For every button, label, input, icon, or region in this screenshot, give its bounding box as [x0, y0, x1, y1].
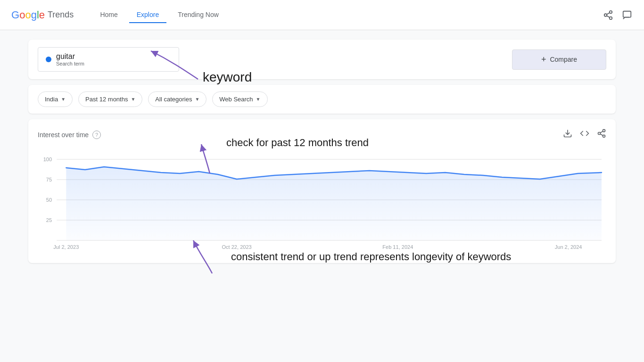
filter-category-arrow: ▼ [195, 97, 199, 102]
svg-point-1 [604, 14, 607, 16]
filter-category-label: All categories [155, 96, 192, 103]
filter-category[interactable]: All categories ▼ [148, 91, 206, 107]
svg-point-0 [610, 10, 612, 13]
chart-section: Interest over time ? [28, 119, 616, 263]
main-nav: Home Explore Trending Now [92, 7, 603, 23]
google-wordmark: Google [11, 9, 45, 21]
chart-actions [563, 129, 606, 140]
filter-searchtype-label: Web Search [219, 96, 253, 103]
logo: Google Trends [11, 9, 74, 21]
feedback-icon[interactable] [621, 9, 633, 21]
filter-region-label: India [45, 96, 58, 103]
svg-text:Feb 11, 2024: Feb 11, 2024 [382, 244, 413, 250]
svg-line-4 [607, 12, 610, 14]
svg-text:Jun 2, 2024: Jun 2, 2024 [555, 244, 582, 250]
svg-text:75: 75 [46, 177, 52, 182]
nav-item-trending[interactable]: Trending Now [170, 7, 226, 23]
svg-point-9 [603, 135, 605, 137]
nav-item-home[interactable]: Home [92, 7, 125, 23]
svg-line-10 [600, 134, 603, 135]
filter-region[interactable]: India ▼ [38, 91, 73, 107]
download-icon[interactable] [563, 129, 572, 140]
compare-button[interactable]: + Compare [512, 49, 606, 70]
chart-area: 100 75 50 25 Jul 2, 2023 Oct 22, 2023 Fe… [38, 150, 606, 254]
svg-text:100: 100 [43, 156, 52, 162]
share-icon[interactable] [603, 9, 614, 21]
filter-searchtype-arrow: ▼ [256, 97, 261, 102]
svg-point-2 [610, 16, 612, 19]
header-actions [603, 9, 633, 21]
search-term-type: Search term [56, 61, 84, 66]
chart-help-icon[interactable]: ? [92, 131, 101, 139]
svg-point-7 [603, 130, 605, 132]
search-term-text: guitar Search term [56, 52, 84, 66]
search-term-value: guitar [56, 52, 84, 61]
filter-timerange-label: Past 12 months [85, 96, 128, 103]
trend-chart: 100 75 50 25 Jul 2, 2023 Oct 22, 2023 Fe… [38, 150, 606, 254]
chart-title: Interest over time [38, 131, 89, 139]
compare-plus-icon: + [541, 55, 546, 65]
svg-text:50: 50 [46, 197, 52, 203]
svg-line-11 [600, 131, 603, 132]
nav-item-explore[interactable]: Explore [129, 7, 166, 23]
svg-text:Oct 22, 2023: Oct 22, 2023 [222, 244, 251, 250]
search-section: guitar Search term + Compare [28, 40, 616, 79]
embed-icon[interactable] [580, 129, 589, 140]
filter-timerange[interactable]: Past 12 months ▼ [78, 91, 142, 107]
filter-searchtype[interactable]: Web Search ▼ [212, 91, 267, 107]
term-color-indicator [46, 57, 51, 62]
svg-rect-5 [623, 11, 631, 17]
chart-share-icon[interactable] [597, 129, 606, 140]
svg-text:25: 25 [46, 217, 52, 223]
svg-line-3 [607, 16, 610, 17]
chart-header: Interest over time ? [38, 129, 606, 140]
filter-timerange-arrow: ▼ [131, 97, 135, 102]
filter-region-arrow: ▼ [61, 97, 66, 102]
trends-wordmark: Trends [48, 10, 74, 20]
svg-text:Jul 2, 2023: Jul 2, 2023 [53, 244, 79, 250]
svg-point-8 [598, 132, 601, 135]
search-term-chip[interactable]: guitar Search term [38, 47, 179, 72]
filter-section: India ▼ Past 12 months ▼ All categories … [28, 85, 616, 114]
main-content: guitar Search term + Compare India ▼ Pas… [0, 30, 644, 362]
header: Google Trends Home Explore Trending Now [0, 0, 644, 30]
compare-label: Compare [550, 56, 577, 63]
